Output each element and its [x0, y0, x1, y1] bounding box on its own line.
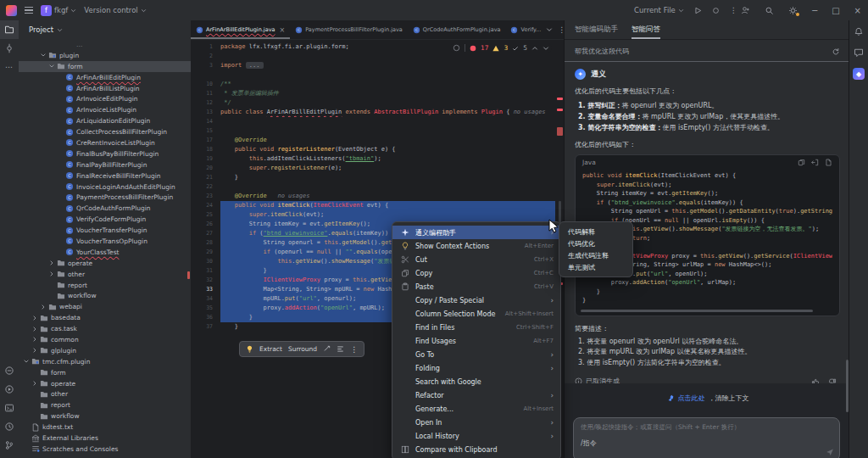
tree-item-common[interactable]: common	[19, 334, 191, 345]
tree-item-finalpaybillfilterplugin[interactable]: CFinalPayBillFilterPlugin	[19, 159, 191, 170]
maximize-button[interactable]: □	[832, 6, 839, 15]
chevron-right-icon[interactable]	[47, 271, 55, 277]
close-tab-icon[interactable]: ×	[279, 26, 285, 34]
project-widget[interactable]: f fkgf	[41, 5, 76, 16]
chat-input[interactable]: 使用/唤起快捷指令；或直接提问（Shift + Enter 换行） /指令	[573, 417, 840, 458]
tree-item-form[interactable]: form	[19, 61, 191, 72]
chevron-down-icon[interactable]	[57, 27, 63, 33]
tree-item-arliquidationeditplugin[interactable]: CArLiquidationEditPlugin	[19, 115, 191, 126]
tree-item-arfinarbilleditplugin[interactable]: CArFinArBillEditPlugin	[19, 72, 191, 83]
tree-item-report[interactable]: report	[19, 280, 191, 291]
menu-item-folding[interactable]: Folding›	[392, 361, 560, 375]
comment-icon[interactable]	[323, 345, 331, 353]
tree-item-scratches-and-consoles[interactable]: Scratches and Consoles	[19, 444, 191, 455]
clear-context-link[interactable]: 点击此处	[678, 394, 705, 403]
menu-item-通义编程助手[interactable]: 通义编程助手›	[392, 226, 560, 239]
tree-item-operate[interactable]: operate	[19, 378, 191, 389]
tree-item-tmc-cfm-plugin[interactable]: tmc.cfm.plugin	[19, 356, 191, 367]
run-icon[interactable]	[694, 7, 702, 14]
more-tools-icon[interactable]: ⋯	[0, 58, 19, 76]
chevron-right-icon[interactable]	[31, 336, 38, 343]
search-icon[interactable]	[765, 6, 774, 15]
submenu-item-单元测试[interactable]: 单元测试	[559, 261, 632, 273]
chevron-right-icon[interactable]	[31, 315, 38, 321]
history-tool-icon[interactable]	[0, 417, 19, 436]
lingma-plugin-icon[interactable]: ◆	[853, 68, 865, 80]
tree-item-qrcodeauthformplugin[interactable]: CQrCodeAuthFormPlugin	[19, 203, 191, 214]
tree-item-paymentprocessbillfilterplugin[interactable]: CPaymentProcessBillFilterPlugin	[19, 192, 191, 203]
tree-item-other[interactable]: other	[19, 269, 191, 280]
tree-item-vouchertransopplugin[interactable]: CVoucherTransOpPlugin	[19, 236, 191, 247]
menu-item-paste[interactable]: PasteCtrl+V	[392, 280, 560, 293]
tree-item-operate[interactable]: operate	[19, 258, 191, 269]
tree-item-cas-task[interactable]: cas.task	[19, 323, 191, 334]
chevron-right-icon[interactable]	[31, 380, 38, 387]
chevron-down-icon[interactable]	[22, 358, 30, 365]
surround-button[interactable]: Surround	[288, 345, 317, 353]
tree-item-arinvoiceeditplugin[interactable]: CArInvoiceEditPlugin	[19, 93, 191, 104]
problems-tool-icon[interactable]	[0, 361, 19, 380]
chat-scrollbar[interactable]	[846, 360, 849, 412]
tree-item-vouchertransferplugin[interactable]: CVoucherTransferPlugin	[19, 225, 191, 236]
tab-options-icon[interactable]: ⋮	[558, 25, 564, 34]
vcs-widget[interactable]: Version control	[84, 6, 146, 14]
submenu-item-代码优化[interactable]: 代码优化	[559, 237, 632, 249]
menu-item-open-in[interactable]: Open In›	[392, 416, 560, 429]
code-horizontal-scrollbar[interactable]	[581, 310, 813, 312]
menu-item-copy-paste-special[interactable]: Copy / Paste Special›	[392, 293, 560, 307]
tree-item-form[interactable]: form	[19, 367, 191, 378]
tree-item-arinvoicelistplugin[interactable]: CArInvoiceListPlugin	[19, 104, 191, 115]
toolbar-more-icon[interactable]: ⋮	[350, 345, 358, 354]
tree-item-kdtest-txt[interactable]: kdtest.txt	[19, 422, 191, 433]
chevron-right-icon[interactable]	[47, 260, 55, 266]
close-button[interactable]: ×	[854, 6, 861, 15]
tree-item-plugin[interactable]: plugin	[19, 50, 191, 61]
tree-item-glplugin[interactable]: glplugin	[19, 345, 191, 356]
tree-item-finalbuspaybillfilterplugin[interactable]: CFinalBusPayBillFilterPlugin	[19, 148, 191, 159]
submenu-item-生成代码注释[interactable]: 生成代码注释	[559, 249, 632, 261]
tree-item-yourclasstest[interactable]: CYourClassTest	[19, 247, 191, 258]
menu-item-compare-with-clipboard[interactable]: Compare with Clipboard	[392, 443, 560, 456]
chevron-down-icon[interactable]	[39, 52, 47, 59]
chevron-down-icon[interactable]	[47, 63, 55, 70]
tree-item-arfinarbilllistplugin[interactable]: CArFinArBillListPlugin	[19, 83, 191, 94]
project-tool-icon[interactable]	[0, 20, 19, 39]
submenu-item-代码解释[interactable]: 代码解释	[559, 226, 632, 237]
main-menu-icon[interactable]	[25, 7, 33, 14]
tree-item-crerentinvoicelistplugin[interactable]: CCreRentInvoiceListPlugin	[19, 137, 191, 148]
menu-item-generate[interactable]: Generate...Alt+Insert	[392, 402, 560, 416]
menu-item-refactor[interactable]: Refactor›	[392, 388, 560, 402]
tree-item-workflow[interactable]: workflow	[19, 290, 191, 301]
notifications-bell-icon[interactable]	[854, 27, 864, 37]
menu-item-copy[interactable]: CopyCtrl+C	[392, 266, 560, 280]
send-icon[interactable]	[826, 448, 834, 456]
menu-item-search-with-google[interactable]: Search with Google	[392, 375, 560, 388]
settings-gear-icon[interactable]	[788, 6, 798, 15]
tree-item-basedata[interactable]: basedata	[19, 312, 191, 323]
commit-tool-icon[interactable]	[0, 39, 19, 58]
tree-item-collectprocessbillfilterplugin[interactable]: CCollectProcessBillFilterPlugin	[19, 126, 191, 137]
copy-code-icon[interactable]	[798, 159, 805, 166]
hidden-tabs-chevron-icon[interactable]	[546, 26, 553, 33]
reformat-icon[interactable]	[337, 345, 344, 353]
project-tree[interactable]: …pluginformCArFinArBillEditPluginCArFinA…	[19, 39, 191, 455]
chevron-right-icon[interactable]	[31, 347, 38, 354]
minimize-button[interactable]: ─	[812, 6, 817, 15]
insert-code-icon[interactable]	[811, 159, 819, 166]
git-branch-icon[interactable]	[0, 436, 19, 455]
terminal-tool-icon[interactable]	[0, 399, 19, 417]
tab-smart-chat[interactable]: 智能问答	[632, 25, 660, 39]
tree-item-external-libraries[interactable]: External Libraries	[19, 433, 191, 444]
menu-item-column-selection-mode[interactable]: Column Selection ModeAlt+Shift+Insert	[392, 307, 560, 321]
tab-arfinarbilleditplugin[interactable]: C ArFinArBillEditPlugin.java ×	[191, 20, 290, 39]
tab-verify[interactable]: C Verify...	[505, 20, 546, 39]
menu-item-find-in-files[interactable]: Find in FilesCtrl+Shift+F	[392, 321, 560, 334]
menu-item-local-history[interactable]: Local History›	[392, 429, 560, 443]
debug-icon[interactable]	[712, 7, 720, 14]
menu-item-show-context-actions[interactable]: Show Context ActionsAlt+Enter	[392, 239, 560, 253]
regenerate-icon[interactable]	[832, 47, 840, 56]
tree-item-workflow[interactable]: workflow	[19, 411, 191, 422]
tab-paymentprocessbillfilterplugin[interactable]: C PaymentProcessBillFilterPlugin.java	[290, 20, 408, 39]
services-tool-icon[interactable]	[0, 380, 19, 399]
chat-tool-icon[interactable]	[854, 47, 864, 58]
